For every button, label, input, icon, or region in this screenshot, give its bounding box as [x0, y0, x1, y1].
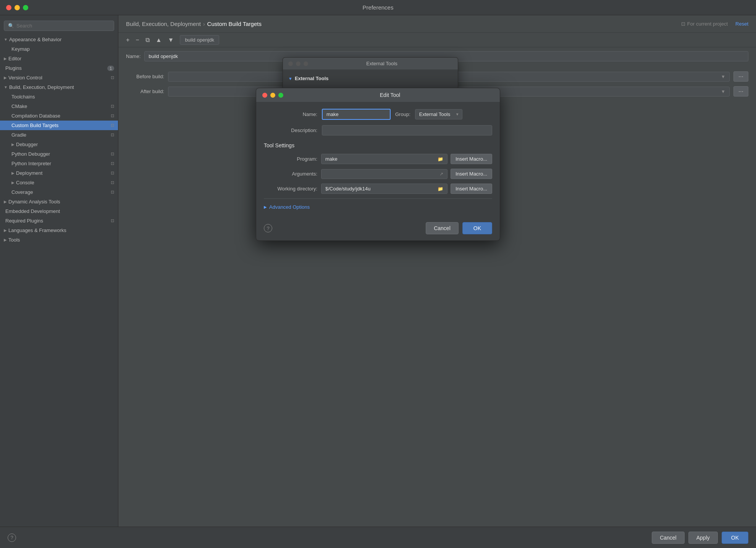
after-build-dropdown-icon[interactable]: ▼ [721, 89, 725, 94]
sidebar: 🔍 ▼ Appearance & Behavior Keymap ▶ Edito… [0, 15, 118, 527]
modal-ok-btn[interactable]: OK [462, 222, 492, 234]
modal-min-btn[interactable] [270, 93, 275, 98]
expand-icon: ▶ [11, 171, 15, 175]
apply-button[interactable]: Apply [688, 532, 718, 544]
help-button[interactable]: ? [8, 533, 16, 542]
section-expand-icon[interactable]: ▼ [288, 76, 292, 81]
add-button[interactable]: + [124, 35, 132, 45]
working-dir-input[interactable]: $/Code/study/jdk14u 📁 [321, 184, 447, 194]
sidebar-item-gradle[interactable]: Gradle ⊡ [0, 130, 118, 140]
sidebar-item-embedded-development[interactable]: Embedded Development [0, 206, 118, 216]
sync-icon: ⊡ [111, 190, 114, 195]
program-value: make [325, 156, 338, 162]
sidebar-item-python-interpreter[interactable]: Python Interpreter ⊡ [0, 159, 118, 168]
sidebar-item-version-control[interactable]: ▶ Version Control ⊡ [0, 73, 118, 82]
sidebar-item-coverage[interactable]: Coverage ⊡ [0, 187, 118, 197]
expand-icon: ▼ [4, 85, 8, 89]
modal-name-input[interactable] [322, 109, 391, 120]
name-label: Name: [126, 53, 141, 59]
sidebar-item-label: Compilation Database [11, 113, 60, 119]
modal-help-btn[interactable]: ? [264, 224, 272, 232]
before-build-label: Before build: [126, 74, 164, 79]
arguments-insert-macro-btn[interactable]: Insert Macro... [451, 169, 492, 179]
external-tools-section-header: ▼ External Tools [288, 73, 452, 84]
plugins-badge: 1 [107, 66, 114, 71]
sidebar-item-appearance-behavior[interactable]: ▼ Appearance & Behavior [0, 35, 118, 44]
program-insert-macro-btn[interactable]: Insert Macro... [451, 154, 492, 164]
reset-button[interactable]: Reset [735, 21, 748, 27]
program-folder-icon[interactable]: 📁 [438, 156, 443, 162]
expand-icon: ▶ [4, 200, 7, 204]
edit-tool-title-bar: Edit Tool [256, 88, 500, 102]
tool-settings-title: Tool Settings [264, 141, 492, 148]
after-build-label: After build: [126, 89, 164, 94]
modal-cancel-btn[interactable]: Cancel [426, 222, 459, 234]
sidebar-item-label: Build, Execution, Deployment [9, 84, 74, 90]
group-select[interactable]: External Tools [415, 109, 462, 119]
dialog-max[interactable] [304, 61, 308, 66]
advanced-expand-icon: ▶ [264, 205, 267, 209]
modal-max-btn[interactable] [278, 93, 283, 98]
sidebar-item-debugger[interactable]: ▶ Debugger [0, 140, 118, 149]
working-dir-insert-macro-btn[interactable]: Insert Macro... [451, 184, 492, 194]
sync-icon: ⊡ [111, 75, 114, 80]
search-container[interactable]: 🔍 [4, 21, 114, 31]
program-label: Program: [264, 156, 317, 162]
advanced-options-label: Advanced Options [269, 204, 310, 210]
sidebar-item-label: Python Interpreter [11, 161, 51, 166]
sidebar-item-custom-build-targets[interactable]: Custom Build Targets ⊡ [0, 121, 118, 130]
modal-group-label: Group: [395, 111, 410, 117]
program-inner: make 📁 Insert Macro... [321, 154, 492, 164]
up-button[interactable]: ▲ [153, 35, 164, 45]
before-build-extra-btn[interactable]: ⋯ [733, 71, 748, 82]
sidebar-item-plugins[interactable]: Plugins 1 [0, 63, 118, 73]
sidebar-item-required-plugins[interactable]: Required Plugins ⊡ [0, 216, 118, 226]
arguments-expand-icon[interactable]: ↗ [439, 171, 443, 177]
sidebar-item-label: Dynamic Analysis Tools [8, 199, 60, 205]
program-input[interactable]: make 📁 [321, 154, 447, 164]
maximize-button[interactable] [23, 5, 28, 10]
cancel-button[interactable]: Cancel [652, 532, 685, 544]
sidebar-item-console[interactable]: ▶ Console ⊡ [0, 178, 118, 187]
for-current-project: ⊡ For current project [681, 21, 728, 27]
modal-close-btn[interactable] [262, 93, 267, 98]
advanced-options-row[interactable]: ▶ Advanced Options [264, 203, 492, 211]
after-build-extra-btn[interactable]: ⋯ [733, 86, 748, 97]
copy-button[interactable]: ⧉ [143, 35, 152, 45]
main-layout: 🔍 ▼ Appearance & Behavior Keymap ▶ Edito… [0, 15, 756, 527]
breadcrumb-right: ⊡ For current project Reset [681, 21, 748, 27]
sidebar-item-dynamic-analysis-tools[interactable]: ▶ Dynamic Analysis Tools [0, 197, 118, 206]
name-group-row: Name: Group: External Tools ▼ [264, 109, 492, 120]
sidebar-item-python-debugger[interactable]: Python Debugger ⊡ [0, 149, 118, 159]
sidebar-item-cmake[interactable]: CMake ⊡ [0, 102, 118, 111]
sync-icon: ⊡ [111, 161, 114, 166]
modal-name-label: Name: [264, 111, 317, 117]
modal-description-label: Description: [264, 127, 317, 133]
list-item-tab[interactable]: build openjdk [180, 35, 219, 45]
arguments-input[interactable]: ↗ [321, 169, 447, 179]
sidebar-item-compilation-database[interactable]: Compilation Database ⊡ [0, 111, 118, 121]
sidebar-item-deployment[interactable]: ▶ Deployment ⊡ [0, 168, 118, 178]
sidebar-item-tools[interactable]: ▶ Tools [0, 235, 118, 245]
sidebar-item-label: Gradle [11, 132, 26, 138]
down-button[interactable]: ▼ [166, 35, 176, 45]
sidebar-item-toolchains[interactable]: Toolchains [0, 92, 118, 102]
title-bar: Preferences [0, 0, 756, 15]
close-button[interactable] [6, 5, 11, 10]
sidebar-item-languages-frameworks[interactable]: ▶ Languages & Frameworks [0, 226, 118, 235]
modal-description-input[interactable] [322, 125, 492, 135]
dialog-min[interactable] [296, 61, 300, 66]
sync-icon: ⊡ [111, 123, 114, 128]
dialog-close[interactable] [288, 61, 293, 66]
sidebar-item-label: Toolchains [11, 94, 35, 100]
remove-button[interactable]: − [133, 35, 141, 45]
breadcrumb-parent: Build, Execution, Deployment [126, 21, 201, 27]
sidebar-item-build-execution-deployment[interactable]: ▼ Build, Execution, Deployment [0, 82, 118, 92]
ok-button[interactable]: OK [722, 532, 748, 544]
before-build-dropdown-icon[interactable]: ▼ [721, 74, 725, 79]
sidebar-item-keymap[interactable]: Keymap [0, 44, 118, 54]
sidebar-item-editor[interactable]: ▶ Editor [0, 54, 118, 63]
minimize-button[interactable] [15, 5, 20, 10]
search-input[interactable] [16, 23, 110, 29]
working-dir-folder-icon[interactable]: 📁 [438, 186, 443, 192]
